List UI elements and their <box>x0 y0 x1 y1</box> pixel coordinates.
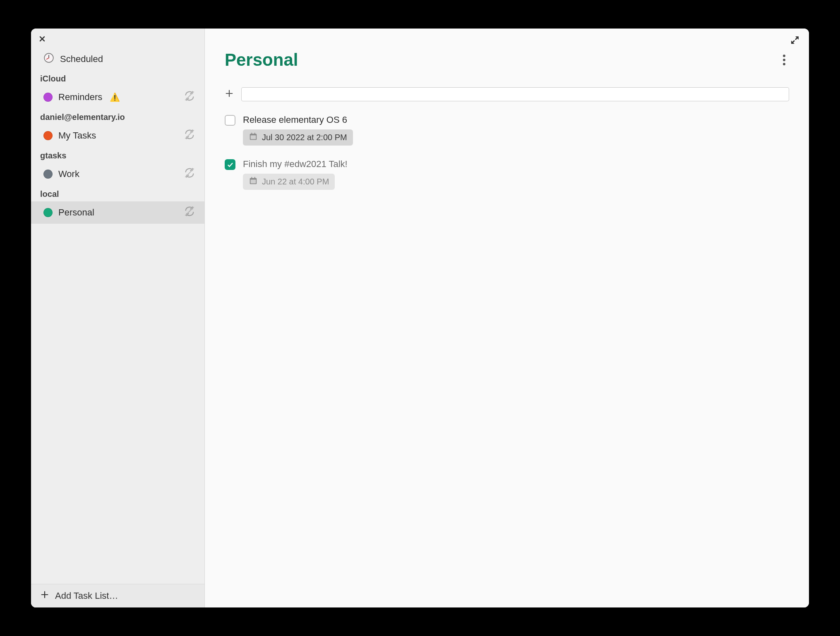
task-due-label: Jun 22 at 4:00 PM <box>262 177 329 186</box>
sync-disabled-icon <box>184 90 195 104</box>
sidebar: Scheduled iCloudReminders⚠️daniel@elemen… <box>31 29 205 607</box>
sidebar-scheduled-label: Scheduled <box>60 54 103 65</box>
plus-icon <box>40 590 49 602</box>
app-window: Scheduled iCloudReminders⚠️daniel@elemen… <box>31 29 809 607</box>
color-dot-icon <box>43 131 53 140</box>
clock-icon <box>43 53 54 66</box>
fullscreen-button[interactable] <box>790 35 800 45</box>
new-task-input[interactable] <box>241 87 789 101</box>
sidebar-list-label: Work <box>58 169 79 179</box>
color-dot-icon <box>43 170 53 179</box>
task-checkbox[interactable] <box>225 159 235 170</box>
sidebar-list-label: Personal <box>58 207 94 218</box>
task-row: Finish my #edw2021 Talk!Jun 22 at 4:00 P… <box>225 159 789 190</box>
main-panel: Personal Release elementary OS 6Jul 30 2… <box>205 29 809 607</box>
sidebar-section-header: gtasks <box>31 147 204 163</box>
svg-rect-9 <box>251 135 256 139</box>
close-button[interactable] <box>38 34 47 43</box>
sync-disabled-icon <box>184 167 195 181</box>
svg-point-7 <box>783 63 785 65</box>
svg-rect-11 <box>254 133 255 135</box>
svg-point-6 <box>783 59 785 61</box>
page-title: Personal <box>225 50 298 70</box>
task-due-chip[interactable]: Jul 30 2022 at 2:00 PM <box>243 129 353 146</box>
sidebar-scheduled[interactable]: Scheduled <box>31 48 204 70</box>
calendar-icon <box>249 132 258 143</box>
sidebar-section-header: daniel@elementary.io <box>31 108 204 124</box>
add-task-list-label: Add Task List… <box>55 591 118 601</box>
task-due-chip[interactable]: Jun 22 at 4:00 PM <box>243 174 335 190</box>
sync-disabled-icon <box>184 129 195 143</box>
sidebar-list-item[interactable]: Personal <box>31 201 204 224</box>
calendar-icon <box>249 176 258 187</box>
more-menu-button[interactable] <box>779 52 789 68</box>
svg-point-5 <box>783 55 785 57</box>
svg-rect-15 <box>254 177 255 179</box>
warning-icon: ⚠️ <box>110 92 120 102</box>
add-task-list-button[interactable]: Add Task List… <box>31 584 204 607</box>
task-title[interactable]: Release elementary OS 6 <box>243 115 353 125</box>
task-title[interactable]: Finish my #edw2021 Talk! <box>243 159 348 170</box>
svg-rect-13 <box>251 179 256 183</box>
task-checkbox[interactable] <box>225 115 235 126</box>
color-dot-icon <box>43 93 53 102</box>
sidebar-list-item[interactable]: Work <box>31 163 204 185</box>
sidebar-list-item[interactable]: My Tasks <box>31 124 204 147</box>
svg-rect-14 <box>251 177 252 179</box>
plus-icon <box>225 89 234 100</box>
sync-disabled-icon <box>184 206 195 220</box>
sidebar-list-label: Reminders <box>58 92 102 103</box>
color-dot-icon <box>43 208 53 217</box>
sidebar-list-label: My Tasks <box>58 130 96 141</box>
svg-rect-10 <box>251 133 252 135</box>
sidebar-list-item[interactable]: Reminders⚠️ <box>31 86 204 108</box>
sidebar-section-header: local <box>31 185 204 201</box>
sidebar-section-header: iCloud <box>31 70 204 86</box>
task-due-label: Jul 30 2022 at 2:00 PM <box>262 133 347 142</box>
task-row: Release elementary OS 6Jul 30 2022 at 2:… <box>225 115 789 146</box>
